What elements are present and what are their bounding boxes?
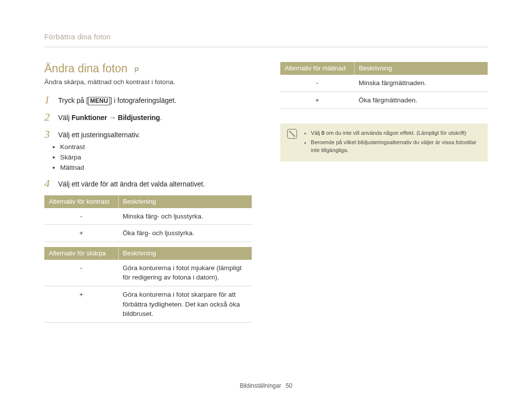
table-row: + Göra konturerna i fotot skarpare för a… — [44, 286, 252, 323]
adjustment-options-list: Kontrast Skärpa Mättnad — [44, 142, 252, 173]
left-column: Ändra dina foton P Ändra skärpa, mättnad… — [44, 62, 252, 328]
note-icon — [287, 129, 297, 139]
step-text-bold: Funktioner — [71, 114, 107, 122]
two-column-layout: Ändra dina foton P Ändra skärpa, mättnad… — [44, 62, 488, 328]
breadcrumb: Förbättra dina foton — [44, 32, 488, 47]
table-cell-key: + — [44, 286, 118, 323]
step-2: 2 Välj Funktioner → Bildjustering. — [44, 112, 252, 123]
table-cell-key: - — [44, 208, 118, 225]
right-column: Alternativ för mättnad Beskrivning - Min… — [280, 62, 488, 328]
table-header: Alternativ för mättnad — [280, 62, 354, 75]
table-cell-value: Minska färgmättnaden. — [354, 75, 488, 92]
list-item: Kontrast — [60, 142, 252, 153]
table-header-row: Alternativ för mättnad Beskrivning — [280, 62, 488, 75]
note-item: Beroende på vilket bildjusteringsalterna… — [311, 138, 481, 154]
mode-badge: P — [134, 66, 139, 74]
note-item: Välj 0 om du inte vill använda någon eff… — [311, 129, 481, 137]
step-number: 1 — [44, 94, 53, 105]
table-header: Alternativ för skärpa — [44, 247, 118, 260]
contrast-table: Alternativ för kontrast Beskrivning - Mi… — [44, 195, 252, 242]
page-footer: Bildinställningar 50 — [0, 382, 532, 389]
footer-section: Bildinställningar — [240, 382, 281, 389]
table-cell-value: Göra konturerna i fotot mjukare (lämplig… — [118, 260, 252, 286]
list-item: Mättnad — [60, 163, 252, 173]
page-subtitle: Ändra skärpa, mättnad och kontrast i fot… — [44, 78, 252, 86]
table-header: Beskrivning — [118, 247, 252, 260]
step-number: 3 — [44, 129, 53, 140]
footer-page-number: 50 — [286, 382, 292, 389]
step-text-post: ] i fotograferingsläget. — [110, 96, 176, 104]
step-text: Välj ett värde för att ändra det valda a… — [58, 178, 205, 189]
note-text-post: om du inte vill använda någon effekt. (L… — [325, 130, 466, 136]
menu-key-label: MENU — [88, 97, 110, 105]
note-text-post: Beroende på vilket bildjusteringsalterna… — [311, 139, 476, 154]
list-item: Skärpa — [60, 153, 252, 163]
table-cell-value: Minska färg- och ljusstyrka. — [118, 208, 252, 225]
step-text-arrow: → — [107, 114, 118, 122]
table-header-row: Alternativ för skärpa Beskrivning — [44, 247, 252, 260]
table-row: - Minska färgmättnaden. — [280, 75, 488, 92]
table-cell-value: Öka färg- och ljusstyrka. — [118, 225, 252, 242]
table-row: - Göra konturerna i fotot mjukare (lämpl… — [44, 260, 252, 286]
table-cell-value: Göra konturerna i fotot skarpare för att… — [118, 286, 252, 323]
step-text-pre: Välj — [58, 114, 71, 122]
step-text-pre: Tryck på [ — [58, 96, 88, 104]
sharpness-table: Alternativ för skärpa Beskrivning - Göra… — [44, 247, 252, 323]
note-box: Välj 0 om du inte vill använda någon eff… — [280, 123, 488, 161]
step-text-post: . — [160, 114, 162, 122]
table-cell-key: - — [280, 75, 354, 92]
saturation-table: Alternativ för mättnad Beskrivning - Min… — [280, 62, 488, 109]
table-row: + Öka färg- och ljusstyrka. — [44, 225, 252, 242]
table-header: Alternativ för kontrast — [44, 195, 118, 208]
step-1: 1 Tryck på [MENU] i fotograferingsläget. — [44, 94, 252, 106]
table-cell-key: + — [44, 225, 118, 242]
page-title: Ändra dina foton — [44, 62, 128, 75]
table-cell-key: - — [44, 260, 118, 286]
step-3: 3 Välj ett justeringsalternativ. — [44, 129, 252, 140]
table-header-row: Alternativ för kontrast Beskrivning — [44, 195, 252, 208]
table-cell-key: + — [280, 92, 354, 109]
table-row: + Öka färgmättnaden. — [280, 92, 488, 109]
step-text: Välj Funktioner → Bildjustering. — [58, 112, 162, 123]
step-text: Tryck på [MENU] i fotograferingsläget. — [58, 94, 176, 106]
step-text: Välj ett justeringsalternativ. — [58, 129, 140, 140]
step-4: 4 Välj ett värde för att ändra det valda… — [44, 178, 252, 189]
table-cell-value: Öka färgmättnaden. — [354, 92, 488, 109]
step-number: 2 — [44, 112, 53, 123]
step-number: 4 — [44, 178, 53, 189]
note-text-pre: Välj — [311, 130, 322, 136]
table-header: Beskrivning — [118, 195, 252, 208]
note-list: Välj 0 om du inte vill använda någon eff… — [303, 129, 481, 155]
table-header: Beskrivning — [354, 62, 488, 75]
table-row: - Minska färg- och ljusstyrka. — [44, 208, 252, 225]
step-text-bold: Bildjustering — [118, 114, 160, 122]
